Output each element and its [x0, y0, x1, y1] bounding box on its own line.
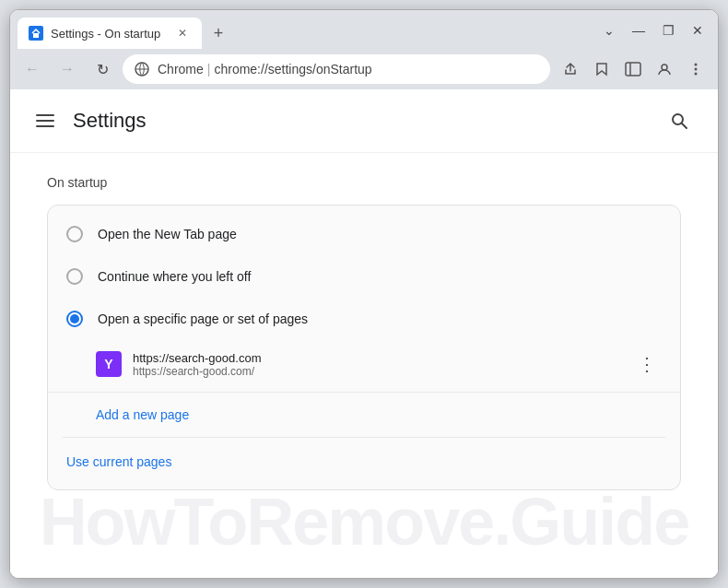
settings-header: Settings — [10, 89, 718, 153]
bookmark-icon[interactable] — [587, 54, 616, 84]
section-label: On startup — [47, 175, 681, 190]
svg-rect-4 — [626, 63, 640, 76]
address-bar[interactable]: Chrome | chrome://settings/onStartup — [123, 54, 550, 84]
page-more-button[interactable]: ⋮ — [632, 349, 662, 379]
page-favicon: Y — [96, 351, 122, 377]
more-menu-icon[interactable] — [681, 54, 710, 84]
hamburger-menu-button[interactable] — [32, 111, 58, 131]
toolbar: ← → ↻ Chrome | chrome://settings/onStart… — [10, 49, 718, 89]
title-bar: Settings - On startup ✕ + ⌄ — ❐ ✕ — [10, 10, 718, 49]
radio-option-continue[interactable]: Continue where you left off — [48, 255, 680, 298]
sidebar-toggle-icon[interactable] — [618, 54, 648, 84]
radio-option-specific[interactable]: Open a specific page or set of pages — [48, 298, 680, 340]
forward-button[interactable]: → — [53, 54, 82, 84]
browser-window: Settings - On startup ✕ + ⌄ — ❐ ✕ ← → ↻ — [9, 9, 719, 579]
chevron-down-icon[interactable]: ⌄ — [596, 18, 622, 43]
settings-body: On startup Open the New Tab page Continu… — [10, 153, 718, 512]
divider-2 — [63, 437, 665, 438]
minimize-button[interactable]: — — [626, 18, 652, 43]
active-tab[interactable]: Settings - On startup ✕ — [18, 18, 202, 49]
settings-search-button[interactable] — [663, 104, 696, 137]
new-tab-button[interactable]: + — [205, 20, 231, 46]
tab-favicon — [29, 26, 43, 41]
radio-circle-specific — [66, 311, 83, 327]
page-url-main: https://search-good.com — [133, 351, 621, 365]
site-info-icon — [134, 61, 150, 77]
profile-icon[interactable] — [650, 54, 679, 84]
radio-circle-newtab — [66, 226, 83, 242]
window-controls: ⌄ — ❐ ✕ — [596, 18, 710, 43]
svg-rect-1 — [33, 33, 39, 38]
page-info: https://search-good.com https://search-g… — [133, 351, 621, 378]
radio-option-newtab[interactable]: Open the New Tab page — [48, 213, 680, 255]
add-new-page-button[interactable]: Add a new page — [48, 396, 680, 433]
radio-label-continue: Continue where you left off — [98, 269, 251, 284]
url-display: Chrome | chrome://settings/onStartup — [158, 62, 372, 76]
page-content: Settings On startup Open the New Tab pag… — [10, 89, 718, 578]
radio-circle-continue — [66, 268, 83, 285]
page-url-sub: https://search-good.com/ — [133, 365, 621, 378]
share-icon[interactable] — [556, 54, 585, 84]
page-entry: Y https://search-good.com https://search… — [48, 340, 680, 388]
radio-label-newtab: Open the New Tab page — [98, 227, 237, 241]
svg-point-8 — [695, 68, 698, 71]
refresh-button[interactable]: ↻ — [88, 54, 117, 84]
settings-heading: Settings — [73, 109, 147, 133]
tab-close-button[interactable]: ✕ — [174, 25, 191, 41]
back-button[interactable]: ← — [18, 54, 47, 84]
startup-options-card: Open the New Tab page Continue where you… — [47, 205, 681, 490]
svg-point-7 — [695, 64, 698, 66]
restore-button[interactable]: ❐ — [655, 18, 681, 43]
divider-1 — [48, 392, 680, 393]
svg-point-9 — [695, 73, 698, 76]
close-button[interactable]: ✕ — [685, 18, 710, 43]
toolbar-actions — [556, 54, 710, 84]
radio-label-specific: Open a specific page or set of pages — [98, 312, 308, 326]
svg-point-6 — [662, 65, 667, 70]
use-current-pages-button[interactable]: Use current pages — [48, 441, 680, 482]
settings-title-group: Settings — [32, 109, 147, 133]
svg-marker-3 — [597, 64, 606, 75]
tab-title: Settings - On startup — [51, 27, 160, 41]
